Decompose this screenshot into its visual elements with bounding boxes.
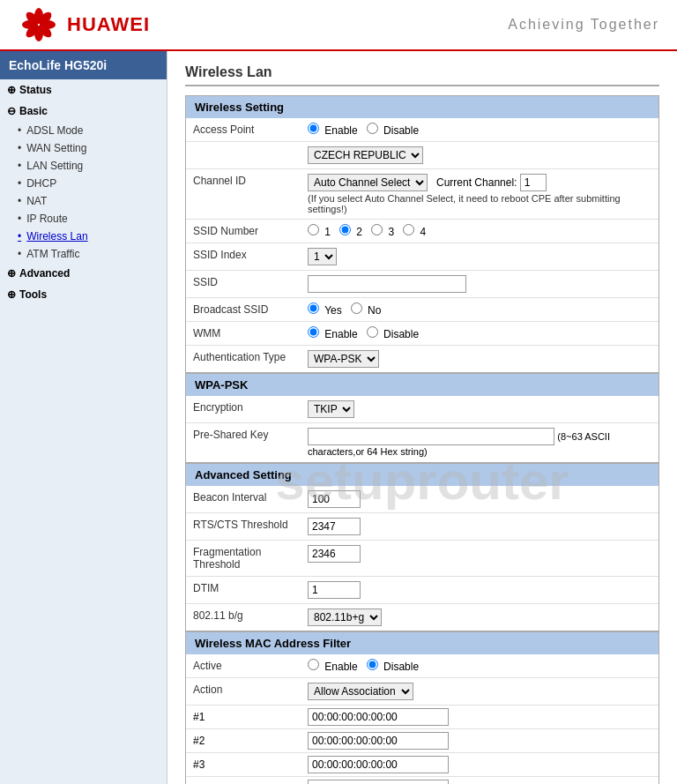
ssid-input[interactable] [308,275,466,293]
access-point-disable-radio[interactable] [367,123,378,134]
mac-entry-1-row: #1 [186,706,658,729]
mac-filter-body: Active Enable Disable [186,654,658,784]
sidebar-item-advanced[interactable]: ⊕ Advanced [0,263,167,284]
wmm-row: WMM Enable Disable [186,322,658,346]
sidebar-item-wan-setting[interactable]: •WAN Setting [0,139,167,157]
ssid-index-row: SSID Index 1 [186,243,658,271]
mac-entry-2-label: #2 [186,731,301,750]
wpa-psk-body: Encryption TKIP Pre-Shared Key (8~63 ASC… [186,396,658,462]
wmm-disable-label[interactable]: Disable [367,328,419,340]
current-channel-input[interactable] [520,174,547,191]
ssid-1-radio[interactable] [308,224,319,235]
encryption-select[interactable]: TKIP [308,400,354,418]
sidebar-item-lan-setting[interactable]: •LAN Setting [0,157,167,175]
sidebar-item-basic[interactable]: ⊖ Basic [0,101,167,122]
beacon-interval-field [301,486,658,512]
channel-select[interactable]: Auto Channel Select [308,174,428,191]
sidebar-item-tools[interactable]: ⊕ Tools [0,284,167,305]
beacon-interval-input[interactable] [308,490,361,508]
dot11-row: 802.11 b/g 802.11b+g [186,604,658,631]
broadcast-no-label[interactable]: No [351,304,382,317]
rts-cts-field [301,513,658,540]
access-point-label: Access Point [186,118,301,141]
access-point-disable-label[interactable]: Disable [367,124,419,137]
access-point-enable-radio[interactable] [308,123,319,134]
wmm-enable-radio[interactable] [308,326,319,338]
mac-entry-4-label: #4 [186,779,301,784]
mac-entry-3-input[interactable] [308,756,449,773]
wmm-enable-label[interactable]: Enable [308,328,361,340]
access-point-row: Access Point Enable Disable [186,118,658,142]
rts-cts-label: RTS/CTS Threshold [186,513,301,536]
mac-disable-radio[interactable] [367,659,378,670]
mac-disable-label[interactable]: Disable [367,661,419,673]
ssid-label: SSID [186,271,301,294]
beacon-interval-row: Beacon Interval [186,486,658,513]
ssid-2-radio[interactable] [339,224,351,235]
country-select[interactable]: CZECH REPUBLIC [308,146,423,164]
disable-label: Disable [383,124,419,137]
fragmentation-label: Fragmentation Threshold [186,541,301,576]
mac-entry-2-row: #2 [186,729,658,753]
psk-input[interactable] [308,428,554,445]
mac-action-label: Action [186,678,301,701]
sidebar-item-ip-route[interactable]: •IP Route [0,210,167,228]
ssid-number-label: SSID Number [186,220,301,243]
psk-field: (8~63 ASCII characters,or 64 Hex string) [301,423,658,462]
auth-type-select[interactable]: WPA-PSK [308,350,379,368]
wpa-psk-section: WPA-PSK Encryption TKIP Pre-Shared Key [185,373,659,463]
sidebar-item-status-label: Status [19,84,52,96]
dot11-select[interactable]: 802.11b+g [308,609,382,626]
mac-enable-text: Enable [324,661,357,673]
fragmentation-row: Fragmentation Threshold [186,541,658,577]
ssid-3-label[interactable]: 3 [371,226,394,238]
country-field: CZECH REPUBLIC [301,142,658,168]
ssid-index-label: SSID Index [186,243,301,266]
sidebar-item-adsl-mode[interactable]: •ADSL Mode [0,122,167,139]
fragmentation-input[interactable] [308,545,361,563]
broadcast-no-radio[interactable] [351,302,362,314]
dtim-field [301,577,658,603]
sidebar-item-wireless-lan[interactable]: •Wireless Lan [0,228,167,245]
mac-entry-1-input[interactable] [308,708,449,726]
wireless-setting-header: Wireless Setting [186,96,658,118]
mac-filter-header: Wireless MAC Address Filter [186,632,658,654]
mac-entry-2-input[interactable] [308,732,449,750]
access-point-enable-label[interactable]: Enable [308,124,361,137]
content-area: setuprouter Wireless Lan Wireless Settin… [167,51,677,784]
mac-entry-4-row: #4 [186,777,658,784]
ssid-index-field: 1 [301,243,658,270]
advanced-setting-section: Advanced Setting Beacon Interval RTS/CTS… [185,463,659,631]
channel-id-label: Channel ID [186,169,301,192]
ssid-2-label[interactable]: 2 [339,226,362,238]
access-point-field: Enable Disable [301,118,658,141]
sidebar-item-advanced-label: Advanced [19,267,70,280]
mac-enable-radio[interactable] [308,659,319,670]
broadcast-yes-radio[interactable] [308,302,319,314]
mac-action-select[interactable]: Allow Association [308,683,413,700]
ssid-index-select[interactable]: 1 [308,248,337,265]
rts-cts-input[interactable] [308,518,361,535]
mac-entry-4-input[interactable] [308,780,449,784]
sidebar-item-status[interactable]: ⊕ Status [0,79,167,101]
main-layout: EchoLife HG520i ⊕ Status ⊖ Basic •ADSL M… [0,51,677,784]
logo-area: HUAWEI [18,7,150,42]
broadcast-yes-label[interactable]: Yes [308,304,345,317]
broadcast-ssid-label: Broadcast SSID [186,298,301,321]
encryption-row: Encryption TKIP [186,396,658,423]
sidebar-item-dhcp[interactable]: •DHCP [0,175,167,192]
dtim-input[interactable] [308,581,361,599]
ssid-4-radio[interactable] [403,224,414,235]
page-title: Wireless Lan [185,64,659,86]
wmm-disable-radio[interactable] [367,326,378,338]
huawei-logo-icon [18,7,60,42]
mac-enable-label[interactable]: Enable [308,661,361,673]
sidebar-item-atm-traffic[interactable]: •ATM Traffic [0,245,167,263]
wpa-psk-header: WPA-PSK [186,374,658,396]
ssid-1-label[interactable]: 1 [308,226,331,238]
ssid-4-label[interactable]: 4 [403,226,426,238]
ssid-3-radio[interactable] [371,224,383,235]
mac-active-field: Enable Disable [301,654,658,677]
sidebar-item-nat[interactable]: •NAT [0,192,167,210]
dot11-label: 802.11 b/g [186,604,301,627]
